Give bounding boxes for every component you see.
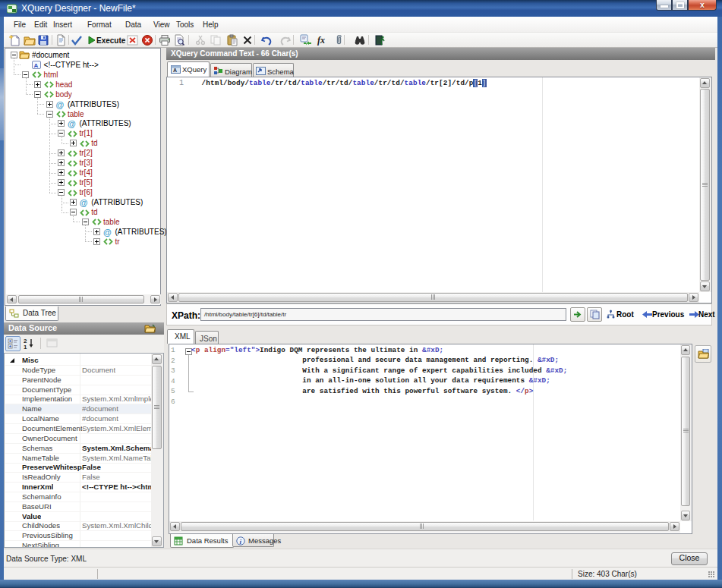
svg-text:A: A: [34, 61, 39, 68]
svg-text:fx: fx: [317, 35, 325, 46]
svg-text:1: 1: [24, 344, 27, 349]
svg-text:A: A: [173, 68, 177, 73]
